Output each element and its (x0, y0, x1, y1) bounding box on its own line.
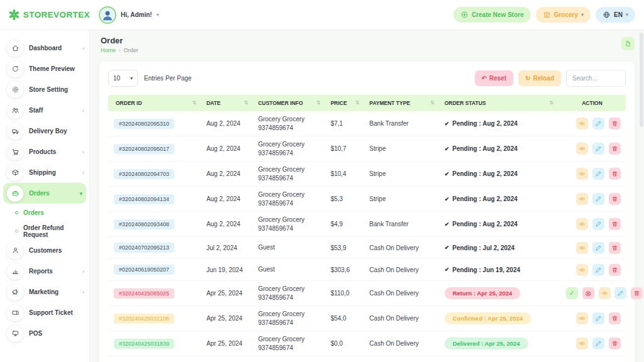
sidebar-subitem-orders[interactable]: Orders (0, 204, 89, 222)
sidebar: Dashboard › Theme Preview Store Setting … (0, 30, 90, 362)
edit-button[interactable] (592, 337, 604, 349)
delete-button[interactable] (609, 168, 621, 180)
order-id-pill[interactable]: #320240425032106 (114, 314, 174, 324)
sort-icon[interactable]: ⇅ (316, 100, 321, 106)
column-header-price[interactable]: PRICE⇅ (326, 95, 365, 111)
sort-icon[interactable]: ⇅ (192, 100, 196, 106)
breadcrumb-home-link[interactable]: Home (101, 47, 116, 53)
breadcrumb-separator: › (119, 48, 121, 53)
order-id-pill[interactable]: #320240425031839 (114, 339, 174, 349)
sidebar-item-products[interactable]: Products › (0, 141, 89, 162)
sidebar-subitem-order-refund-request[interactable]: Order Refund Request (0, 222, 89, 240)
order-id-pill[interactable]: #320240802095310 (114, 119, 174, 129)
column-header-order-id[interactable]: ORDER ID⇅ (108, 95, 201, 111)
reset-button[interactable]: ↶ Reset (475, 70, 514, 86)
trash-icon (611, 195, 618, 202)
sidebar-item-support-ticket[interactable]: Support Ticket (0, 302, 89, 323)
column-header-action: ACTION (558, 95, 626, 111)
edit-button[interactable] (592, 193, 604, 205)
order-id-pill[interactable]: #320240802095017 (114, 144, 174, 154)
brand-logo[interactable]: STOREVORTEX (0, 9, 90, 21)
delete-button[interactable] (609, 218, 621, 230)
column-header-payment-type[interactable]: PAYMENT TYPE⇅ (364, 95, 439, 111)
orders-table: ORDER ID⇅ DATE⇅ CUSTOMER INFO⇅ PRICE⇅ PA… (108, 95, 626, 356)
view-button[interactable] (576, 168, 588, 180)
sort-icon[interactable]: ⇅ (430, 100, 435, 106)
sidebar-item-delivery-boy[interactable]: Delivery Boy (0, 121, 89, 141)
language-selector[interactable]: EN ▾ (596, 7, 635, 23)
edit-button[interactable] (614, 287, 626, 299)
sidebar-item-orders[interactable]: Orders ▾ (3, 183, 86, 204)
payment-type: Cash On Delivery (364, 331, 439, 356)
order-id-pill[interactable]: #320240802093408 (114, 219, 174, 229)
order-id-pill[interactable]: #020240619050207 (114, 265, 174, 275)
edit-button[interactable] (592, 218, 604, 230)
scrollbar[interactable] (640, 33, 643, 360)
scrollbar-thumb[interactable] (640, 33, 643, 127)
edit-button[interactable] (592, 264, 604, 276)
eye-icon (579, 195, 586, 202)
sidebar-item-theme-preview[interactable]: Theme Preview (0, 58, 89, 79)
edit-button[interactable] (592, 312, 604, 324)
view-button[interactable] (576, 218, 588, 230)
view-button[interactable] (599, 287, 611, 299)
check-icon: ✔ (445, 196, 450, 202)
column-header-order-status[interactable]: ORDER STATUS⇅ (440, 95, 558, 111)
order-status: Confirmed : Apr 25, 2024 (445, 312, 531, 324)
chevron-down-icon: ▾ (79, 190, 82, 197)
view-button[interactable] (576, 118, 588, 129)
profile-menu[interactable]: Hi, Admin! ▾ (99, 6, 159, 24)
view-button[interactable] (576, 312, 588, 324)
payment-type: Cash On Delivery (364, 259, 439, 281)
cancel-order-button[interactable]: ⊗ (582, 287, 594, 299)
sort-icon[interactable]: ⇅ (244, 100, 248, 106)
chevron-down-icon: ▾ (581, 12, 584, 18)
view-button[interactable] (576, 337, 588, 349)
delete-button[interactable] (609, 242, 621, 254)
order-id-pill[interactable]: #320240802094134 (114, 194, 174, 204)
view-button[interactable] (576, 264, 588, 276)
search-input[interactable] (566, 70, 626, 87)
create-new-store-button[interactable]: Create New Store (453, 7, 531, 23)
sidebar-item-shipping[interactable]: Shipping › (0, 162, 89, 183)
delete-button[interactable] (609, 143, 621, 155)
sidebar-item-store-setting[interactable]: Store Setting (0, 79, 89, 100)
column-label: CUSTOMER INFO (258, 100, 303, 106)
sidebar-item-reports[interactable]: Reports › (0, 261, 89, 282)
order-price: $0,0 (326, 331, 365, 356)
sidebar-item-marketing[interactable]: Marketing › (0, 282, 89, 302)
edit-button[interactable] (592, 242, 604, 254)
sort-icon[interactable]: ⇅ (355, 100, 360, 106)
sort-icon[interactable]: ⇅ (549, 100, 553, 106)
store-selector[interactable]: Grocery ▾ (536, 7, 591, 23)
view-button[interactable] (576, 143, 588, 155)
edit-button[interactable] (592, 143, 604, 155)
package-icon (7, 165, 23, 181)
person-avatar-icon (101, 8, 114, 22)
order-date: Aug 2, 2024 (201, 136, 253, 162)
approve-button[interactable]: ✓ (566, 287, 578, 299)
trash-icon (611, 170, 618, 177)
sidebar-item-staff[interactable]: Staff › (0, 100, 89, 121)
delete-button[interactable] (609, 337, 621, 349)
view-button[interactable] (576, 242, 588, 254)
sidebar-item-customers[interactable]: Customers (0, 240, 89, 261)
edit-button[interactable] (592, 118, 604, 129)
entries-per-page-select[interactable]: 10 ▾ (108, 70, 138, 87)
delete-button[interactable] (609, 312, 621, 324)
gear-icon (7, 82, 23, 98)
sidebar-item-dashboard[interactable]: Dashboard › (0, 38, 89, 58)
column-header-date[interactable]: DATE⇅ (201, 95, 253, 111)
delete-button[interactable] (609, 264, 621, 276)
delete-button[interactable] (609, 193, 621, 205)
order-id-pill[interactable]: #320240802094703 (114, 169, 174, 179)
view-button[interactable] (576, 193, 588, 205)
order-id-pill[interactable]: #020240702095213 (114, 243, 174, 253)
edit-button[interactable] (592, 168, 604, 180)
reload-button[interactable]: ↻ Reload (518, 70, 561, 86)
page-shortcut-button[interactable] (621, 37, 635, 50)
delete-button[interactable] (609, 118, 621, 129)
sidebar-item-pos[interactable]: POS (0, 323, 89, 344)
column-header-customer-info[interactable]: CUSTOMER INFO⇅ (253, 95, 325, 111)
order-id-pill[interactable]: #320240425085025 (114, 288, 174, 299)
